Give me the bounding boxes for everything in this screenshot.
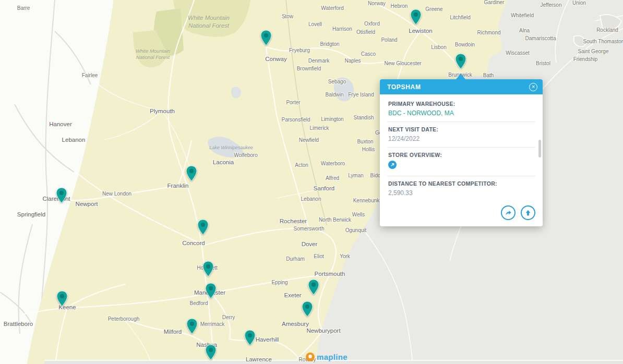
field-value: 2,590.33 [388,189,534,197]
map-pin[interactable] [56,290,68,307]
popup-header: TOPSHAM ✕ [380,79,543,94]
popup-scrollbar[interactable] [538,140,541,157]
popup-pointer [456,74,465,79]
location-popup: TOPSHAM ✕ PRIMARY WAREHOUSE:BDC - NORWOO… [380,79,543,226]
map-pin[interactable] [455,53,466,69]
map-pin[interactable] [186,318,198,334]
field-label: STORE OVERVIEW: [388,152,534,158]
share-button[interactable] [501,205,516,220]
field-value: 12/24/2022 [388,135,534,142]
map-pin[interactable] [205,283,217,299]
map-pin[interactable] [197,219,209,235]
map-pin[interactable] [56,187,67,203]
mapline-logo-icon [306,353,315,361]
field-label: DISTANCE TO NEAREST COMPETITOR: [388,180,534,187]
popup-field: DISTANCE TO NEAREST COMPETITOR:2,590.33 [380,176,543,201]
share-arrow-icon [505,209,512,217]
popup-field: NEXT VISIT DATE:12/24/2022 [380,122,543,147]
map-pin[interactable] [244,330,256,346]
map-pin[interactable] [186,165,197,181]
field-value: BDC - NORWOOD, MA [388,110,534,117]
popup-footer [380,201,543,226]
map-pin[interactable] [410,9,422,25]
up-arrow-icon [524,209,532,216]
map-pin[interactable] [260,30,272,46]
popup-body: PRIMARY WAREHOUSE:BDC - NORWOOD, MANEXT … [380,94,543,201]
map-pin[interactable] [302,301,313,317]
popup-field: STORE OVERVIEW: [380,148,543,176]
mapline-logo-text: mapline [317,353,348,361]
close-icon[interactable]: ✕ [529,83,537,91]
map-pin[interactable] [308,279,319,295]
external-link-icon[interactable] [388,161,397,169]
locate-button[interactable] [521,205,535,220]
field-label: NEXT VISIT DATE: [388,126,534,132]
popup-field: PRIMARY WAREHOUSE:BDC - NORWOOD, MA [380,96,543,122]
map-pin[interactable] [202,261,214,277]
map-application: BarreStowWaterfordNorwayHebronGreeneGard… [0,0,623,364]
map-pin[interactable] [205,344,217,360]
popup-title: TOPSHAM [387,83,421,91]
mapline-watermark: mapline [306,353,348,361]
field-label: PRIMARY WAREHOUSE: [388,101,534,107]
